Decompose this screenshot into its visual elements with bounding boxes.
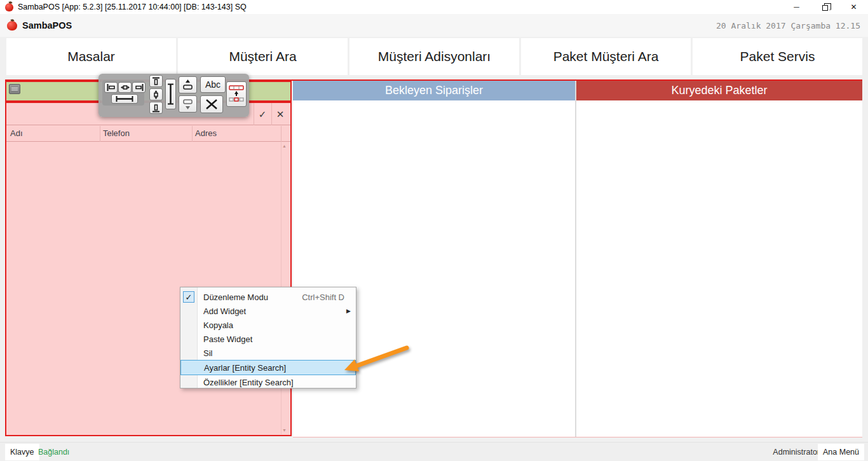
widget-design-toolbar: Abc — [98, 74, 249, 117]
tab-paket-servis[interactable]: Paket Servis — [693, 38, 862, 75]
courier-packages-header: Kuryedeki Paketler — [576, 81, 862, 100]
connection-status: Bağlandı — [38, 448, 69, 457]
align-center-horizontal-button[interactable] — [118, 82, 132, 93]
minimize-button[interactable]: ─ — [782, 0, 811, 14]
tab-paket-musteri-ara[interactable]: Paket Müşteri Ara — [521, 38, 691, 75]
panel-divider — [575, 81, 576, 437]
logged-in-user: Administrator — [773, 448, 820, 457]
app-icon — [5, 3, 13, 11]
column-header-adi: Adı — [10, 128, 23, 138]
sambapos-window: SambaPOS [App: 5.2.3] [25.11.2017 10:44:… — [0, 0, 868, 461]
main-menu-button[interactable]: Ana Menü — [818, 444, 864, 460]
stretch-vertical-button[interactable] — [165, 79, 176, 109]
window-title: SambaPOS [App: 5.2.3] [25.11.2017 10:44:… — [18, 3, 247, 11]
datetime-label: 20 Aralık 2017 Çarşamba 12.15 — [716, 21, 860, 31]
menu-item-add-widget[interactable]: Add Widget ▶ — [180, 304, 356, 318]
clear-icon: ✕ — [276, 109, 285, 120]
decrease-height-button[interactable] — [179, 95, 197, 113]
restore-button[interactable] — [811, 0, 839, 14]
status-bar: Klavye Bağlandı Administrator Ana Menü — [0, 442, 868, 461]
layer-order-icon — [229, 85, 244, 103]
text-abc-button[interactable]: Abc — [200, 76, 226, 93]
align-bottom-button[interactable] — [149, 102, 163, 114]
scroll-down-icon[interactable]: ▼ — [282, 428, 287, 432]
pending-orders-header: Bekleyen Siparişler — [293, 81, 575, 100]
menu-item-sil[interactable]: Sil — [180, 346, 356, 360]
design-context-menu: ✓ Düzenleme Modu Ctrl+Shift D Add Widget… — [180, 287, 356, 389]
sambapos-logo-icon — [7, 21, 17, 31]
brand-label: SambaPOS — [22, 20, 72, 31]
title-bar: SambaPOS [App: 5.2.3] [25.11.2017 10:44:… — [0, 0, 868, 14]
nav-tab-row: Masalar Müşteri Ara Müşteri Adisyonları … — [0, 37, 868, 78]
submenu-arrow-icon: ▶ — [346, 308, 351, 314]
courier-packages-panel — [576, 100, 862, 437]
abc-label: Abc — [205, 79, 220, 90]
delete-widget-button[interactable] — [200, 95, 223, 113]
menu-item-kopyala[interactable]: Kopyala — [180, 318, 356, 332]
column-header-adres: Adres — [195, 128, 217, 138]
menu-item-ozellikler-entity-search[interactable]: Özellikler [Entity Search] — [180, 375, 356, 389]
search-clear-button[interactable]: ✕ — [271, 103, 288, 125]
result-table-header: Adı Telefon Adres — [6, 126, 290, 142]
tab-musteri-ara[interactable]: Müşteri Ara — [178, 38, 348, 75]
menu-item-paste-widget[interactable]: Paste Widget — [180, 332, 356, 346]
column-header-telefon: Telefon — [103, 128, 130, 138]
hamburger-icon — [11, 88, 18, 88]
restore-icon — [822, 5, 828, 11]
search-confirm-button[interactable]: ✓ — [254, 103, 271, 125]
layer-order-button[interactable] — [226, 81, 247, 107]
close-button[interactable]: ✕ — [839, 0, 868, 14]
delete-x-icon — [205, 99, 218, 110]
pending-orders-title: Bekleyen Siparişler — [385, 84, 483, 97]
minimize-icon: ─ — [794, 3, 799, 11]
align-left-button[interactable] — [104, 82, 118, 93]
bottom-faint-line — [293, 437, 862, 437]
menu-item-duzenleme-modu[interactable]: ✓ Düzenleme Modu Ctrl+Shift D — [180, 290, 356, 304]
hamburger-menu-button[interactable] — [9, 84, 20, 94]
app-header: SambaPOS 20 Aralık 2017 Çarşamba 12.15 — [0, 14, 868, 37]
tab-musteri-adisyonlari[interactable]: Müşteri Adisyonları — [349, 38, 519, 75]
close-icon: ✕ — [850, 3, 857, 11]
window-controls: ─ ✕ — [782, 0, 868, 14]
shortcut-label: Ctrl+Shift D — [302, 292, 344, 302]
align-top-button[interactable] — [149, 75, 163, 87]
scroll-up-icon[interactable]: ▲ — [282, 144, 287, 148]
increase-height-button[interactable] — [179, 76, 197, 93]
align-center-vertical-button[interactable] — [149, 88, 163, 100]
align-right-button[interactable] — [132, 82, 146, 93]
keyboard-button[interactable]: Klavye — [5, 444, 39, 460]
stretch-horizontal-button[interactable] — [111, 94, 138, 104]
checked-checkbox-icon: ✓ — [183, 291, 194, 303]
check-icon: ✓ — [259, 109, 267, 120]
menu-item-ayarlar-entity-search[interactable]: Ayarlar [Entity Search] — [180, 360, 356, 375]
courier-packages-title: Kuryedeki Paketler — [671, 84, 767, 97]
tab-masalar[interactable]: Masalar — [6, 38, 176, 75]
